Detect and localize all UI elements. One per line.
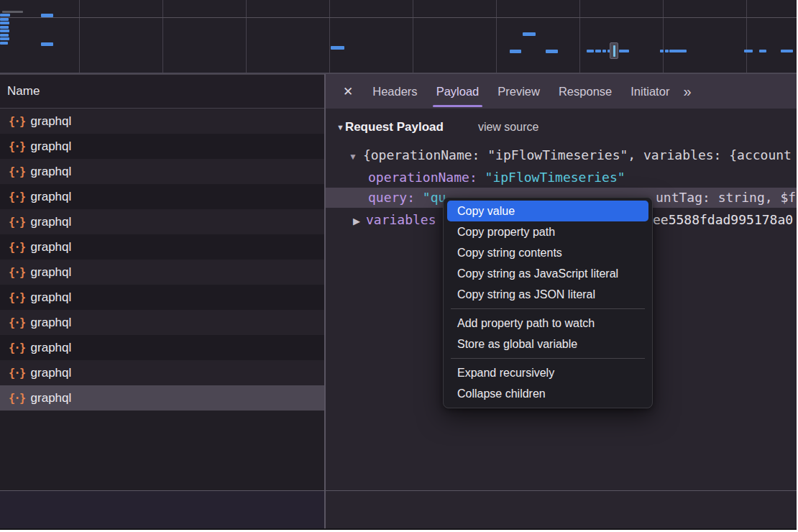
network-timeline-bar bbox=[781, 50, 793, 52]
json-braces-icon: {·} bbox=[9, 191, 25, 203]
view-source-link[interactable]: view source bbox=[478, 121, 538, 133]
json-braces-icon: {·} bbox=[9, 367, 25, 380]
request-name-label: graphql bbox=[31, 190, 72, 204]
network-timeline-bar bbox=[669, 50, 687, 52]
expand-triangle-icon: ▶ bbox=[353, 216, 360, 226]
network-timeline-bar bbox=[510, 50, 521, 53]
json-braces-icon: {·} bbox=[9, 316, 25, 329]
menu-item-copy-string-as-javascript-literal[interactable]: Copy string as JavaScript literal bbox=[447, 263, 648, 284]
request-list: {·}graphql{·}graphql{·}graphql{·}graphql… bbox=[0, 109, 324, 490]
json-braces-icon: {·} bbox=[9, 140, 25, 153]
timeline-selected-request-marker bbox=[610, 42, 618, 59]
timeline-gridline bbox=[496, 0, 497, 73]
tab-payload[interactable]: Payload bbox=[427, 74, 489, 109]
tab-response[interactable]: Response bbox=[549, 74, 621, 109]
json-braces-icon: {·} bbox=[9, 392, 25, 405]
timeline-gridline bbox=[246, 0, 247, 73]
network-timeline-bar bbox=[41, 14, 53, 17]
json-braces-icon: {·} bbox=[9, 165, 25, 178]
more-tabs-icon[interactable]: » bbox=[679, 83, 695, 100]
timeline-gridline bbox=[162, 0, 163, 73]
request-row[interactable]: {·}graphql bbox=[0, 360, 324, 385]
request-payload-section-header[interactable]: ▼Request Payloadview source bbox=[326, 117, 797, 137]
payload-root-row[interactable]: ▼{operationName: "ipFlowTimeseries", var… bbox=[326, 145, 797, 165]
network-timeline-bar bbox=[2, 11, 23, 13]
menu-separator bbox=[451, 308, 645, 309]
network-timeline-bar bbox=[0, 37, 9, 40]
network-overview-timeline[interactable] bbox=[0, 0, 797, 74]
network-timeline-bar bbox=[619, 50, 629, 52]
request-row[interactable]: {·}graphql bbox=[0, 184, 324, 209]
variables-value-fragment: ee5588fdad995178a0 bbox=[653, 210, 793, 229]
name-column-header[interactable]: Name bbox=[0, 74, 324, 109]
timeline-gridline bbox=[329, 0, 330, 73]
operationname-key: operationName: bbox=[368, 170, 485, 185]
request-row[interactable]: {·}graphql bbox=[0, 234, 324, 260]
query-key: query: bbox=[368, 190, 423, 205]
request-row[interactable]: {·}graphql bbox=[0, 285, 324, 310]
close-icon[interactable]: ✕ bbox=[343, 84, 353, 99]
network-timeline-bar bbox=[665, 50, 669, 52]
request-name-label: graphql bbox=[31, 165, 72, 179]
request-row[interactable]: {·}graphql bbox=[0, 109, 324, 134]
network-timeline-bar bbox=[0, 22, 9, 24]
timeline-gridline bbox=[0, 17, 797, 18]
network-timeline-bar bbox=[0, 14, 10, 17]
menu-item-copy-value[interactable]: Copy value bbox=[447, 201, 648, 221]
tabs-container: HeadersPayloadPreviewResponseInitiator bbox=[363, 74, 679, 109]
request-row[interactable]: {·}graphql bbox=[0, 134, 324, 159]
request-name-label: graphql bbox=[31, 265, 72, 280]
footer-left bbox=[0, 491, 324, 528]
menu-item-store-as-global-variable[interactable]: Store as global variable bbox=[447, 334, 648, 354]
request-name-label: graphql bbox=[31, 391, 72, 405]
network-timeline-bar bbox=[0, 34, 9, 37]
network-timeline-bar bbox=[331, 46, 344, 50]
tab-initiator[interactable]: Initiator bbox=[621, 74, 679, 109]
variables-key: variables bbox=[366, 212, 436, 227]
json-braces-icon: {·} bbox=[9, 241, 25, 254]
network-timeline-bar bbox=[595, 50, 601, 52]
json-braces-icon: {·} bbox=[9, 216, 25, 229]
menu-item-add-property-path-to-watch[interactable]: Add property path to watch bbox=[447, 313, 648, 334]
request-row[interactable]: {·}graphql bbox=[0, 385, 324, 411]
json-braces-icon: {·} bbox=[9, 266, 25, 279]
timeline-gridline bbox=[663, 0, 664, 73]
request-name-label: graphql bbox=[31, 341, 72, 355]
request-name-label: graphql bbox=[31, 215, 72, 229]
network-timeline-bar bbox=[523, 32, 536, 36]
menu-item-expand-recursively[interactable]: Expand recursively bbox=[447, 362, 648, 383]
request-row[interactable]: {·}graphql bbox=[0, 260, 324, 285]
request-row[interactable]: {·}graphql bbox=[0, 335, 324, 360]
timeline-gridline bbox=[79, 0, 80, 73]
context-menu: Copy valueCopy property pathCopy string … bbox=[443, 197, 653, 408]
request-row[interactable]: {·}graphql bbox=[0, 209, 324, 234]
query-value-fragment: untTag: string, $f bbox=[656, 188, 796, 208]
network-timeline-bar bbox=[660, 50, 664, 52]
timeline-selected-request-bar bbox=[613, 45, 615, 57]
detail-tabbar: ✕ HeadersPayloadPreviewResponseInitiator… bbox=[326, 74, 797, 109]
menu-item-copy-string-contents[interactable]: Copy string contents bbox=[447, 242, 648, 263]
menu-separator bbox=[451, 358, 645, 359]
network-timeline-bar bbox=[0, 29, 9, 32]
request-row[interactable]: {·}graphql bbox=[0, 310, 324, 335]
network-timeline-bar bbox=[0, 42, 8, 45]
payload-operationname-row[interactable]: operationName: "ipFlowTimeseries" bbox=[326, 168, 797, 187]
request-name-label: graphql bbox=[31, 366, 72, 380]
network-timeline-bar bbox=[744, 50, 753, 52]
timeline-gridline bbox=[746, 0, 747, 73]
tab-preview[interactable]: Preview bbox=[488, 74, 549, 109]
json-braces-icon: {·} bbox=[9, 291, 25, 304]
request-row[interactable]: {·}graphql bbox=[0, 159, 324, 184]
request-payload-title: Request Payload bbox=[345, 120, 444, 134]
name-column-label: Name bbox=[7, 84, 40, 98]
network-timeline-bar bbox=[546, 50, 558, 53]
request-name-label: graphql bbox=[31, 240, 72, 254]
request-name-label: graphql bbox=[31, 139, 72, 154]
devtools-window: Name {·}graphql{·}graphql{·}graphql{·}gr… bbox=[0, 0, 797, 530]
menu-item-copy-string-as-json-literal[interactable]: Copy string as JSON literal bbox=[447, 284, 648, 305]
network-timeline-bar bbox=[759, 50, 766, 52]
timeline-gridline bbox=[579, 0, 580, 73]
menu-item-copy-property-path[interactable]: Copy property path bbox=[447, 221, 648, 242]
menu-item-collapse-children[interactable]: Collapse children bbox=[447, 383, 648, 404]
tab-headers[interactable]: Headers bbox=[363, 74, 426, 109]
